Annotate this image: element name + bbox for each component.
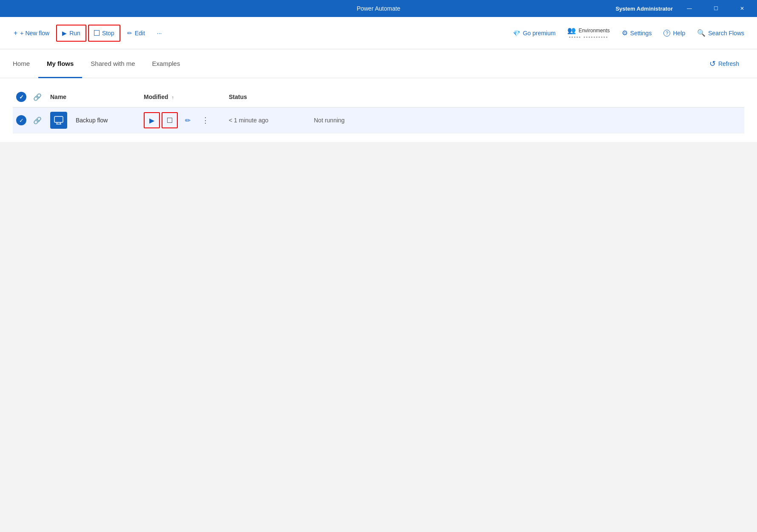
settings-icon: ⚙ — [622, 29, 628, 37]
nav-tabs: Home My flows Shared with me Examples ↺ … — [0, 49, 757, 78]
row-stop-icon — [167, 118, 172, 123]
search-icon: 🔍 — [697, 29, 706, 37]
row-icon-cell — [47, 108, 72, 133]
header-check: ✓ — [13, 87, 30, 108]
flows-table: ✓ 🔗 Name Modified ↑ Status — [13, 87, 744, 133]
environments-section: 👥 Environments ••••• •••••••••• — [563, 24, 614, 42]
header-share: 🔗 — [30, 87, 47, 108]
tab-myflows[interactable]: My flows — [38, 50, 82, 78]
row-status-cell: Not running — [310, 108, 744, 133]
stop-button[interactable]: Stop — [88, 25, 120, 42]
table-row: ✓ 🔗 Backup flow — [13, 108, 744, 133]
table-header: ✓ 🔗 Name Modified ↑ Status — [13, 87, 744, 108]
row-name-cell: Backup flow — [72, 108, 140, 133]
more-button[interactable]: ··· — [152, 25, 167, 42]
tab-home[interactable]: Home — [13, 50, 38, 78]
close-button[interactable]: ✕ — [732, 0, 752, 17]
header-actions — [72, 87, 140, 108]
row-share-cell: 🔗 — [30, 108, 47, 133]
refresh-icon: ↺ — [709, 59, 716, 68]
plus-icon: + — [14, 29, 17, 37]
sort-icon: ↑ — [171, 95, 174, 100]
maximize-button[interactable]: ☐ — [706, 0, 726, 17]
row-edit-button[interactable]: ✏ — [179, 112, 196, 128]
row-edit-icon: ✏ — [185, 116, 191, 125]
flow-type-icon: 🔗 — [33, 117, 42, 124]
select-all-checkbox[interactable]: ✓ — [16, 92, 26, 102]
header-modified[interactable]: Modified ↑ — [140, 87, 225, 108]
minimize-button[interactable]: — — [680, 0, 699, 17]
tabs-container: Home My flows Shared with me Examples — [13, 49, 188, 78]
row-actions-cell: ▶ ✏ ⋮ — [140, 108, 225, 133]
row-modified-cell: < 1 minute ago — [225, 108, 310, 133]
go-premium-button[interactable]: 💎 Go premium — [509, 27, 560, 39]
header-status: Status — [225, 87, 310, 108]
title-bar: Power Automate System Administrator — ☐ … — [0, 0, 757, 17]
tab-examples[interactable]: Examples — [144, 50, 189, 78]
new-flow-button[interactable]: + + New flow — [9, 25, 54, 42]
header-name[interactable]: Name — [47, 87, 72, 108]
header-row: ✓ 🔗 Name Modified ↑ Status — [13, 87, 744, 108]
user-label: System Administrator — [615, 6, 673, 12]
main-content: ✓ 🔗 Name Modified ↑ Status — [0, 78, 757, 142]
app-title: Power Automate — [357, 5, 401, 12]
people-icon: 👥 — [567, 26, 576, 34]
stop-icon — [94, 30, 100, 36]
row-run-icon: ▶ — [149, 116, 154, 125]
row-checkbox-cell: ✓ — [13, 108, 30, 133]
help-icon: ? — [663, 30, 670, 37]
row-actions: ▶ ✏ ⋮ — [144, 112, 222, 128]
help-button[interactable]: ? Help — [659, 27, 689, 39]
refresh-button[interactable]: ↺ Refresh — [704, 57, 744, 71]
row-more-icon: ⋮ — [202, 116, 210, 125]
desktop-flow-icon — [54, 116, 63, 125]
share-icon: 🔗 — [33, 93, 42, 101]
environments-button[interactable]: 👥 Environments ••••• •••••••••• — [563, 24, 614, 42]
row-stop-button[interactable] — [162, 112, 178, 128]
search-flows-button[interactable]: 🔍 Search Flows — [693, 26, 748, 40]
toolbar-right: 💎 Go premium 👥 Environments ••••• ••••••… — [509, 24, 748, 42]
run-icon: ▶ — [62, 30, 67, 37]
tab-sharedwithme[interactable]: Shared with me — [82, 50, 143, 78]
run-button[interactable]: ▶ Run — [56, 25, 86, 42]
flow-icon — [50, 112, 67, 129]
table-body: ✓ 🔗 Backup flow — [13, 108, 744, 133]
toolbar: + + New flow ▶ Run Stop ✏ Edit ··· 💎 Go … — [0, 17, 757, 49]
row-checkbox[interactable]: ✓ — [16, 115, 26, 125]
row-run-button[interactable]: ▶ — [144, 112, 160, 128]
settings-button[interactable]: ⚙ Settings — [618, 26, 656, 40]
edit-button[interactable]: ✏ Edit — [122, 25, 150, 42]
diamond-icon: 💎 — [513, 30, 520, 37]
svg-rect-0 — [54, 116, 63, 122]
edit-icon: ✏ — [127, 30, 132, 37]
row-more-button[interactable]: ⋮ — [197, 112, 213, 128]
